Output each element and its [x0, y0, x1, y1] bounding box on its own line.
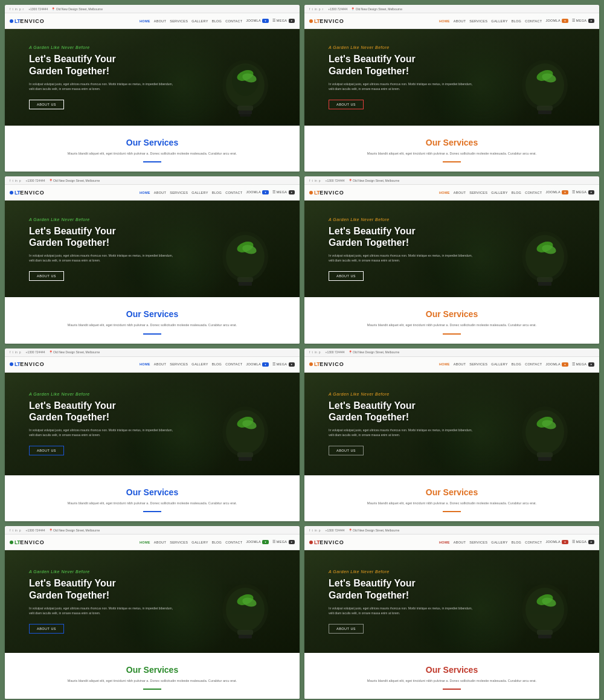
twitter-icon-5: t — [12, 350, 13, 354]
nav-gallery-4[interactable]: GALLERY — [491, 191, 507, 194]
services-divider-1 — [143, 161, 161, 162]
nav-about-8[interactable]: ABOUT — [454, 541, 466, 544]
nav-blog-8[interactable]: BLOG — [512, 541, 521, 544]
services-desc-6: Mauris blandit aliquet elit, eget tincid… — [361, 501, 542, 506]
facebook-icon-6: f — [309, 350, 310, 354]
topbar-phone-7: +1300 724444 — [25, 528, 45, 532]
hero-btn-5[interactable]: ABOUT US — [29, 446, 64, 455]
nav-blog-3[interactable]: BLOG — [212, 191, 222, 194]
nav-contact-4[interactable]: CONTACT — [525, 191, 542, 194]
nav-gallery-6[interactable]: GALLERY — [491, 362, 507, 366]
nav-home-7[interactable]: HOME — [140, 541, 150, 544]
nav-blog[interactable]: BLOG — [212, 19, 222, 23]
nav-joomla-2[interactable]: JOOMLA ▼ — [545, 19, 568, 23]
nav-services[interactable]: SERVICES — [170, 19, 188, 23]
nav-gallery-5[interactable]: GALLERY — [191, 362, 208, 366]
navbar-7: LT ENVICO HOME ABOUT SERVICES GALLERY BL… — [5, 535, 300, 550]
nav-services-3[interactable]: SERVICES — [170, 191, 188, 194]
logo-2: LT ENVICO — [309, 18, 344, 24]
nav-mega[interactable]: ☰ MEGA ▼ — [272, 19, 295, 23]
topbar-1: f t in p r +1300 724444 📍 Old New Design… — [5, 5, 300, 13]
nav-home-5[interactable]: HOME — [140, 362, 150, 366]
nav-gallery[interactable]: GALLERY — [191, 19, 208, 23]
nav-about-5[interactable]: ABOUT — [154, 362, 166, 366]
nav-contact-6[interactable]: CONTACT — [525, 362, 542, 366]
nav-home-3[interactable]: HOME — [140, 191, 150, 194]
nav-about-3[interactable]: ABOUT — [154, 191, 166, 194]
nav-joomla-5[interactable]: JOOMLA ▼ — [246, 362, 268, 367]
instagram-icon-4: in — [315, 179, 317, 182]
hero-btn-4[interactable]: ABOUT US — [329, 271, 364, 281]
services-title-3: Our Services — [17, 309, 288, 319]
nav-services-6[interactable]: SERVICES — [469, 362, 487, 366]
social-icons-5: f t in p — [10, 350, 21, 354]
nav-contact[interactable]: CONTACT — [225, 19, 242, 23]
svg-rect-28 — [237, 452, 253, 457]
hero-section-2: f t in p r +1300 724444 📍 Old New Design… — [304, 5, 599, 126]
bulb-7 — [203, 574, 288, 653]
nav-mega-6[interactable]: ☰ MEGA ▼ — [572, 362, 594, 367]
topbar-phone-8: +1300 724444 — [325, 528, 344, 532]
nav-services-7[interactable]: SERVICES — [170, 541, 188, 544]
nav-mega-4[interactable]: ☰ MEGA ▼ — [572, 190, 594, 194]
nav-contact-3[interactable]: CONTACT — [225, 191, 242, 194]
nav-home-6[interactable]: HOME — [439, 362, 450, 366]
nav-joomla-4[interactable]: JOOMLA ▼ — [545, 190, 568, 194]
hero-btn-1[interactable]: ABOUT US — [29, 100, 64, 109]
hero-btn-3[interactable]: ABOUT US — [29, 271, 64, 281]
nav-about[interactable]: ABOUT — [154, 19, 166, 23]
nav-home-2[interactable]: HOME — [439, 19, 450, 23]
nav-joomla-6[interactable]: JOOMLA ▼ — [545, 362, 568, 367]
nav-contact-8[interactable]: CONTACT — [525, 541, 542, 544]
bulb-6 — [503, 397, 587, 475]
nav-blog-6[interactable]: BLOG — [512, 362, 521, 366]
nav-services-4[interactable]: SERVICES — [469, 191, 487, 194]
nav-blog-7[interactable]: BLOG — [212, 541, 222, 544]
nav-blog-5[interactable]: BLOG — [212, 362, 222, 366]
nav-contact-7[interactable]: CONTACT — [225, 541, 242, 544]
nav-gallery-3[interactable]: GALLERY — [191, 191, 208, 194]
services-desc-5: Mauris blandit aliquet elit, eget tincid… — [62, 501, 243, 506]
hero-btn-2[interactable]: ABOUT US — [329, 100, 364, 109]
nav-joomla-3[interactable]: JOOMLA ▼ — [246, 190, 268, 194]
hero-btn-7[interactable]: ABOUT US — [29, 624, 64, 634]
nav-home[interactable]: HOME — [140, 19, 150, 23]
bulb-8 — [503, 574, 587, 653]
services-section-2: Our Services Mauris blandit aliquet elit… — [304, 126, 599, 172]
nav-contact-2[interactable]: CONTACT — [525, 19, 542, 23]
nav-about-7[interactable]: ABOUT — [154, 541, 166, 544]
nav-gallery-8[interactable]: GALLERY — [491, 541, 507, 544]
nav-mega-7[interactable]: ☰ MEGA ▼ — [272, 540, 295, 544]
pinterest-icon-7: p — [19, 528, 21, 532]
nav-joomla-7[interactable]: JOOMLA ▼ — [246, 540, 268, 544]
nav-home-8[interactable]: HOME — [439, 541, 450, 544]
nav-links-1: HOME ABOUT SERVICES GALLERY BLOG CONTACT… — [52, 19, 295, 23]
nav-joomla[interactable]: JOOMLA ▼ — [246, 19, 268, 23]
nav-services-2[interactable]: SERVICES — [469, 19, 487, 23]
nav-mega-3[interactable]: ☰ MEGA ▼ — [272, 190, 295, 194]
nav-about-4[interactable]: ABOUT — [454, 191, 466, 194]
nav-mega-5[interactable]: ☰ MEGA ▼ — [272, 362, 295, 367]
nav-mega-8[interactable]: ☰ MEGA ▼ — [572, 540, 594, 544]
nav-contact-5[interactable]: CONTACT — [225, 362, 242, 366]
svg-rect-4 — [239, 111, 252, 114]
services-divider-7 — [143, 689, 161, 690]
nav-blog-4[interactable]: BLOG — [512, 191, 521, 194]
mega-badge-5: ▼ — [289, 362, 295, 367]
nav-about-6[interactable]: ABOUT — [454, 362, 466, 366]
services-desc-8: Mauris blandit aliquet elit, eget tincid… — [361, 678, 542, 684]
svg-rect-41 — [239, 635, 252, 638]
nav-about-2[interactable]: ABOUT — [454, 19, 466, 23]
nav-gallery-7[interactable]: GALLERY — [191, 541, 208, 544]
nav-joomla-8[interactable]: JOOMLA ▼ — [545, 540, 568, 544]
theme-card-4: f t in p +1300 724444 📍 Old New Design S… — [304, 176, 599, 343]
nav-home-4[interactable]: HOME — [439, 191, 450, 194]
nav-services-8[interactable]: SERVICES — [469, 541, 487, 544]
hero-btn-6[interactable]: ABOUT US — [329, 446, 364, 455]
nav-services-5[interactable]: SERVICES — [170, 362, 188, 366]
topbar-address-4: 📍 Old New Design Street, Melbourne — [349, 179, 400, 182]
nav-blog-2[interactable]: BLOG — [512, 19, 521, 23]
nav-mega-2[interactable]: ☰ MEGA ▼ — [572, 19, 594, 23]
hero-btn-8[interactable]: ABOUT US — [329, 624, 364, 634]
nav-gallery-2[interactable]: GALLERY — [491, 19, 507, 23]
